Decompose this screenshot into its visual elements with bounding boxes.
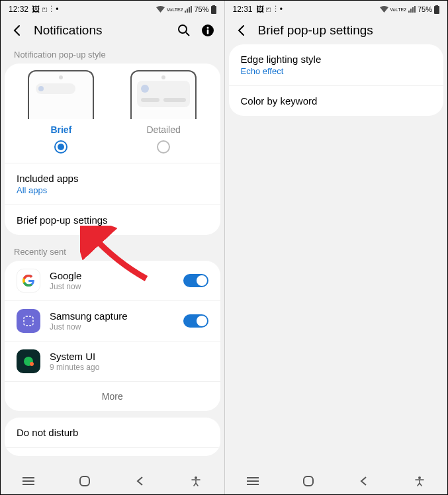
svg-rect-7 [206, 30, 208, 34]
svg-rect-2 [212, 8, 216, 13]
nav-back-icon[interactable] [127, 473, 154, 489]
recent-apps-card: Google Just now Samsung capture Just now [5, 261, 220, 411]
detailed-preview [130, 70, 197, 119]
svg-point-15 [195, 476, 197, 479]
detailed-radio[interactable] [157, 140, 170, 154]
edge-lighting-sub: Echo effect [241, 66, 432, 76]
status-time: 12:32 [9, 5, 28, 14]
svg-point-10 [30, 362, 34, 366]
color-by-keyword-title: Color by keyword [241, 95, 432, 107]
status-battery: 75% [194, 5, 208, 13]
nav-recents-icon[interactable] [240, 473, 266, 489]
app-row-samsung-capture[interactable]: Samsung capture Just now [5, 300, 220, 341]
svg-point-3 [179, 25, 187, 33]
do-not-disturb-row[interactable]: Do not disturb [5, 418, 220, 447]
nav-home-icon[interactable] [295, 473, 322, 489]
status-bar: 12:31 🖼︎ ⏍ ⁝ • VoLTE2 75% [225, 1, 448, 18]
popup-style-card: Brief Detailed Included apps All apps Br… [5, 64, 220, 235]
brief-label: Brief [50, 124, 71, 135]
app-row-google[interactable]: Google Just now [5, 261, 220, 300]
section-recently-sent: Recently sent [5, 242, 220, 261]
svg-line-4 [186, 32, 189, 36]
page-title: Notifications [34, 23, 167, 38]
app-time: Just now [50, 322, 174, 332]
svg-rect-8 [24, 316, 33, 326]
wifi-icon [156, 6, 165, 13]
app-name: Google [50, 270, 174, 281]
brief-popup-settings-title: Brief pop-up settings [17, 214, 208, 226]
section-popup-style: Notification pop-up style [5, 44, 220, 64]
wifi-icon [380, 6, 388, 13]
nav-accessibility-icon[interactable] [406, 473, 433, 489]
brief-popup-settings-row[interactable]: Brief pop-up settings [5, 204, 220, 235]
phone-left: 12:32 🖼︎ ⏍ ⁝ • VoLTE2 75% Notifications [1, 1, 224, 494]
detailed-label: Detailed [146, 124, 180, 135]
app-name: System UI [50, 351, 208, 362]
status-net: VoLTE2 [167, 7, 183, 12]
signal-icon [408, 6, 416, 13]
header: Notifications [1, 18, 224, 44]
status-time: 12:31 [233, 5, 253, 14]
back-icon[interactable] [234, 23, 249, 38]
color-by-keyword-row[interactable]: Color by keyword [229, 85, 444, 116]
brief-radio[interactable] [54, 140, 67, 154]
header: Brief pop-up settings [225, 18, 448, 44]
svg-rect-17 [435, 5, 438, 7]
popup-option-brief[interactable]: Brief [10, 70, 112, 154]
settings-card: Edge lighting style Echo effect Color by… [229, 44, 444, 116]
status-bar: 12:32 🖼︎ ⏍ ⁝ • VoLTE2 75% [1, 1, 224, 18]
status-notif-icons: 🖼︎ ⏍ ⁝ • [254, 5, 283, 14]
svg-rect-22 [304, 476, 313, 486]
phone-right: 12:31 🖼︎ ⏍ ⁝ • VoLTE2 75% Brief pop-up s… [224, 1, 448, 494]
page-title: Brief pop-up settings [258, 23, 439, 38]
svg-point-23 [418, 476, 421, 479]
svg-rect-18 [435, 8, 439, 13]
edge-lighting-row[interactable]: Edge lighting style Echo effect [229, 44, 444, 85]
cutoff-row [5, 447, 220, 456]
back-icon[interactable] [10, 23, 24, 38]
toggle-google[interactable] [183, 274, 208, 287]
app-row-system-ui[interactable]: System UI 9 minutes ago [5, 341, 220, 381]
edge-lighting-title: Edge lighting style [241, 54, 432, 65]
status-battery: 75% [418, 5, 432, 13]
dnd-title: Do not disturb [17, 427, 208, 438]
google-icon [17, 269, 40, 292]
app-time: Just now [50, 282, 174, 291]
samsung-capture-icon [17, 309, 40, 333]
more-button[interactable]: More [5, 381, 220, 411]
included-apps-sub: All apps [17, 185, 208, 195]
included-apps-title: Included apps [17, 173, 208, 184]
navbar [1, 468, 224, 494]
content-area: Notification pop-up style Brief Detailed [1, 44, 224, 468]
nav-recents-icon[interactable] [15, 473, 42, 489]
dnd-card: Do not disturb [5, 418, 220, 456]
navbar [225, 468, 448, 494]
search-icon[interactable] [177, 23, 191, 38]
battery-icon [434, 5, 439, 14]
toggle-samsung-capture[interactable] [183, 314, 208, 328]
nav-back-icon[interactable] [351, 473, 377, 489]
content-area: Edge lighting style Echo effect Color by… [225, 44, 448, 468]
included-apps-row[interactable]: Included apps All apps [5, 163, 220, 204]
status-net: VoLTE2 [390, 7, 406, 12]
svg-point-6 [206, 27, 208, 29]
popup-option-detailed[interactable]: Detailed [112, 70, 215, 154]
nav-accessibility-icon[interactable] [183, 473, 209, 489]
info-icon[interactable] [201, 23, 215, 38]
nav-home-icon[interactable] [71, 473, 98, 489]
signal-icon [185, 6, 192, 13]
app-time: 9 minutes ago [50, 363, 208, 372]
brief-preview [28, 70, 94, 119]
svg-rect-14 [80, 476, 89, 486]
system-ui-icon [17, 349, 40, 373]
battery-icon [211, 5, 216, 14]
svg-rect-1 [212, 5, 215, 7]
status-notif-icons: 🖼︎ ⏍ ⁝ • [30, 5, 59, 14]
app-name: Samsung capture [50, 310, 174, 322]
